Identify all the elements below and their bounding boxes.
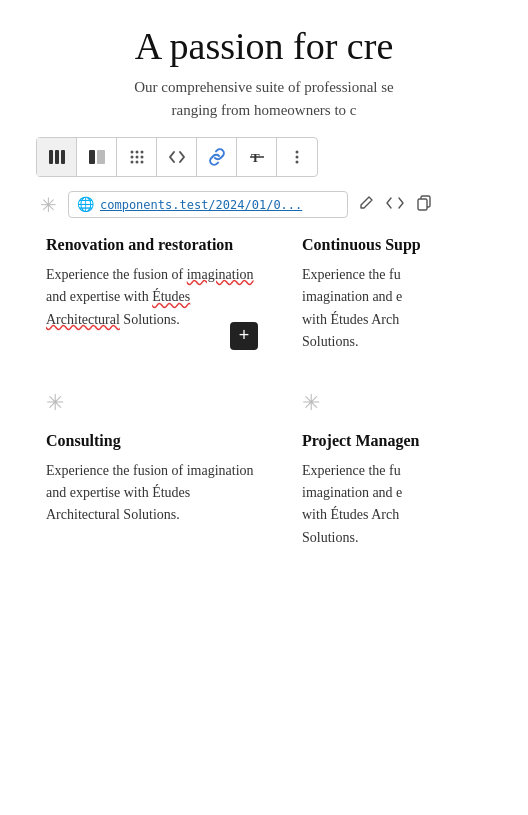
continuous-title: Continuous Supp xyxy=(302,236,518,254)
grid-view-button[interactable] xyxy=(117,138,157,176)
project-text: Experience the fuimagination and ewith É… xyxy=(302,460,518,550)
svg-point-9 xyxy=(135,156,138,159)
toolbar: T xyxy=(36,137,318,177)
svg-rect-1 xyxy=(55,150,59,164)
copy-url-button[interactable] xyxy=(414,193,434,216)
more-options-button[interactable] xyxy=(277,138,317,176)
svg-point-18 xyxy=(296,161,299,164)
svg-point-5 xyxy=(130,151,133,154)
svg-rect-0 xyxy=(49,150,53,164)
svg-point-11 xyxy=(130,161,133,164)
svg-point-7 xyxy=(140,151,143,154)
add-block-button[interactable]: + xyxy=(230,322,258,350)
svg-point-8 xyxy=(130,156,133,159)
link-view-button[interactable] xyxy=(197,138,237,176)
url-bar-row: ✳ 🌐 components.test/2024/01/0... xyxy=(0,185,528,224)
url-bar[interactable]: 🌐 components.test/2024/01/0... xyxy=(68,191,348,218)
grid-cell-continuous: Continuous Supp Experience the fuimagina… xyxy=(282,228,528,370)
svg-point-13 xyxy=(140,161,143,164)
asterisk-left-middle: ✳ xyxy=(46,390,64,416)
content-grid-row2: Consulting Experience the fusion of imag… xyxy=(0,424,528,566)
asterisk-cell-left: ✳ xyxy=(36,390,282,416)
page-title: A passion for cre xyxy=(20,24,508,68)
svg-point-10 xyxy=(140,156,143,159)
svg-point-17 xyxy=(296,156,299,159)
text-view-button[interactable]: T xyxy=(237,138,277,176)
header-section: A passion for cre Our comprehensive suit… xyxy=(0,0,528,137)
svg-rect-4 xyxy=(97,150,105,164)
grid-cell-project: Project Managen Experience the fuimagina… xyxy=(282,424,528,566)
page-wrapper: A passion for cre Our comprehensive suit… xyxy=(0,0,528,565)
asterisk-right-middle: ✳ xyxy=(302,390,320,416)
grid-cell-consulting: Consulting Experience the fusion of imag… xyxy=(36,424,282,566)
etudes-words: Études Architectural xyxy=(46,289,190,326)
svg-point-12 xyxy=(135,161,138,164)
renovation-title: Renovation and restoration xyxy=(46,236,262,254)
globe-icon: 🌐 xyxy=(77,196,94,213)
svg-point-6 xyxy=(135,151,138,154)
code-url-button[interactable] xyxy=(384,193,406,216)
svg-rect-20 xyxy=(418,199,427,210)
section-asterisk-top: ✳ xyxy=(36,193,60,217)
grid-cell-renovation: Renovation and restoration Experience th… xyxy=(36,228,282,370)
url-text: components.test/2024/01/0... xyxy=(100,198,339,212)
continuous-text: Experience the fuimagination and ewith É… xyxy=(302,264,518,354)
toolbar-wrapper: T xyxy=(0,137,528,177)
asterisk-cell-right: ✳ xyxy=(282,390,528,416)
project-title: Project Managen xyxy=(302,432,518,450)
code-view-button[interactable] xyxy=(157,138,197,176)
page-subtitle: Our comprehensive suite of professional … xyxy=(20,76,508,121)
edit-url-button[interactable] xyxy=(356,193,376,216)
sidebar-view-button[interactable] xyxy=(77,138,117,176)
content-grid-row1: Renovation and restoration Experience th… xyxy=(0,228,528,370)
columns-view-button[interactable] xyxy=(37,138,77,176)
consulting-title: Consulting xyxy=(46,432,262,450)
renovation-text: Experience the fusion of imagination and… xyxy=(46,264,262,331)
svg-rect-2 xyxy=(61,150,65,164)
asterisk-row-middle: ✳ ✳ xyxy=(0,370,528,424)
consulting-text: Experience the fusion of imagination and… xyxy=(46,460,262,527)
svg-point-16 xyxy=(296,151,299,154)
svg-rect-3 xyxy=(89,150,95,164)
url-actions xyxy=(356,193,434,216)
imagination-word: imagination xyxy=(187,267,254,282)
